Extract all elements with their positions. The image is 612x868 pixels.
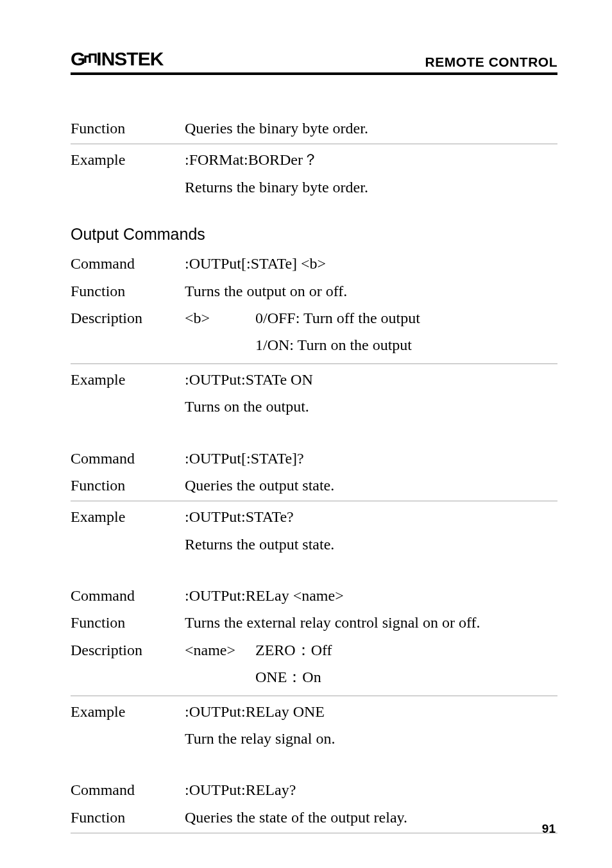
value-command: :OUTPut[:STATe]? [185,446,557,471]
page-number: 91 [542,822,556,836]
param-name: <name> [185,638,255,692]
label-example: Example [71,505,185,559]
value-example: :FORMat:BORDer？ Returns the binary byte … [185,147,557,202]
label-example: Example [71,147,185,202]
param-option: ONE：On [255,665,557,689]
brand-logo: GINSTEK [71,48,163,70]
label-command: Command [71,446,185,471]
label-example: Example [71,699,185,754]
logo-text-pre: G [71,48,85,70]
value-function: Turns the output on or off. [185,279,557,303]
row-function: Function Turns the output on or off. [71,278,557,305]
value-command: :OUTPut:RELay? [185,778,557,802]
row-command: Command :OUTPut[:STATe] <b> [71,250,557,277]
label-example: Example [71,367,185,422]
value-description: <name> ZERO：Off ONE：On [185,638,557,692]
example-desc: Returns the binary byte order. [185,175,557,199]
example-code: :FORMat:BORDer？ [185,147,557,172]
section-heading: Output Commands [71,225,557,244]
row-command: Command :OUTPut[:STATe]? [71,445,557,472]
divider [71,501,557,501]
label-description: Description [71,306,185,360]
param-name: <b> [185,306,255,360]
label-function: Function [71,279,185,303]
value-example: :OUTPut:RELay ONE Turn the relay signal … [185,699,557,754]
label-command: Command [71,251,185,276]
row-function: Function Turns the external relay contro… [71,609,557,636]
divider [71,696,557,696]
label-function: Function [71,610,185,635]
value-description: <b> 0/OFF: Turn off the output 1/ON: Tur… [185,306,557,360]
row-function: Function Queries the state of the output… [71,804,557,831]
example-desc: Turn the relay signal on. [185,726,557,751]
value-command: :OUTPut:RELay <name> [185,583,557,608]
param-desc: 0/OFF: Turn off the output 1/ON: Turn on… [255,306,557,360]
row-function: Function Queries the output state. [71,472,557,499]
divider [71,144,557,144]
logo-text-post: INSTEK [96,48,163,70]
row-example: Example :OUTPut:STATe? Returns the outpu… [71,503,557,560]
value-function: Turns the external relay control signal … [185,610,557,635]
label-function: Function [71,116,185,140]
label-description: Description [71,638,185,692]
link-icon [84,53,97,65]
page-header: GINSTEK REMOTE CONTROL [71,48,557,75]
example-desc: Returns the output state. [185,532,557,556]
row-command: Command :OUTPut:RELay <name> [71,582,557,609]
example-code: :OUTPut:RELay ONE [185,699,557,724]
row-example: Example :OUTPut:RELay ONE Turn the relay… [71,698,557,755]
divider [71,833,557,833]
row-command: Command :OUTPut:RELay? [71,776,557,803]
doc-title: REMOTE CONTROL [425,54,558,70]
param-desc: ZERO：Off ONE：On [255,638,557,692]
param-option: ZERO：Off [255,638,557,662]
example-code: :OUTPut:STATe? [185,505,557,529]
value-command: :OUTPut[:STATe] <b> [185,251,557,276]
row-example: Example :FORMat:BORDer？ Returns the bina… [71,146,557,203]
value-function: Queries the binary byte order. [185,116,557,140]
value-function: Queries the state of the output relay. [185,805,557,830]
label-command: Command [71,778,185,802]
label-command: Command [71,583,185,608]
divider [71,363,557,364]
param-option: 0/OFF: Turn off the output [255,306,557,330]
row-description: Description <name> ZERO：Off ONE：On [71,637,557,694]
row-function: Function Queries the binary byte order. [71,115,557,142]
param-option: 1/ON: Turn on the output [255,333,557,357]
label-function: Function [71,473,185,497]
row-example: Example :OUTPut:STATe ON Turns on the ou… [71,366,557,423]
label-function: Function [71,805,185,830]
value-example: :OUTPut:STATe? Returns the output state. [185,505,557,559]
row-description: Description <b> 0/OFF: Turn off the outp… [71,305,557,362]
example-code: :OUTPut:STATe ON [185,367,557,392]
value-example: :OUTPut:STATe ON Turns on the output. [185,367,557,422]
value-function: Queries the output state. [185,473,557,497]
example-desc: Turns on the output. [185,394,557,419]
